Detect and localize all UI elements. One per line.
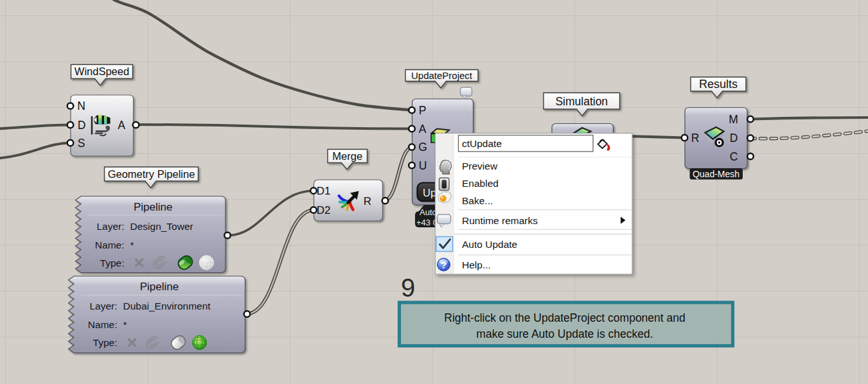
svg-text:Geometry Pipeline: Geometry Pipeline [108, 168, 195, 180]
svg-text:D2: D2 [317, 204, 331, 216]
svg-text:ctUpdate: ctUpdate [462, 138, 502, 149]
svg-text:Enabled: Enabled [462, 178, 499, 189]
svg-text:Merge: Merge [332, 150, 362, 162]
svg-text:Help...: Help... [462, 259, 491, 270]
svg-text:R: R [691, 132, 700, 144]
svg-text:WindSpeed: WindSpeed [75, 65, 129, 77]
svg-text:C: C [730, 150, 738, 163]
svg-text:Layer:: Layer: [96, 221, 124, 232]
svg-text:Name:: Name: [88, 319, 118, 330]
svg-text:A: A [419, 123, 427, 135]
svg-text:9: 9 [401, 274, 415, 302]
svg-text:Pipeline: Pipeline [140, 281, 179, 293]
svg-text:make sure Auto Update is check: make sure Auto Update is checked. [476, 327, 653, 340]
svg-text:D: D [730, 132, 738, 144]
svg-text:R: R [364, 195, 371, 207]
svg-text:Name:: Name: [95, 240, 125, 250]
svg-text:Bake...: Bake... [462, 195, 493, 206]
svg-text:Auto Update: Auto Update [462, 239, 517, 250]
svg-text:D: D [78, 119, 86, 132]
svg-text:M: M [729, 113, 738, 126]
svg-text:UpdateProject: UpdateProject [411, 70, 473, 81]
svg-text:Results: Results [699, 78, 738, 91]
svg-text:+43 0: +43 0 [416, 218, 438, 227]
svg-text:U: U [419, 159, 427, 172]
svg-text:Layer:: Layer: [89, 301, 117, 311]
svg-text:S: S [78, 137, 85, 150]
svg-text:Runtime remarks: Runtime remarks [462, 215, 538, 226]
svg-text:Type:: Type: [100, 257, 125, 268]
svg-text:P: P [419, 104, 427, 117]
svg-text:*: * [130, 240, 134, 250]
svg-text:A: A [118, 119, 125, 132]
svg-text:Preview: Preview [462, 161, 498, 171]
svg-text:Right-click on the UpdateProje: Right-click on the UpdateProject compone… [444, 311, 686, 324]
svg-text:Dubai_Environment: Dubai_Environment [123, 301, 211, 311]
svg-text:N: N [77, 100, 85, 112]
svg-text:D1: D1 [317, 185, 331, 197]
svg-text:Pipeline: Pipeline [134, 201, 173, 213]
svg-text:Design_Tower: Design_Tower [130, 221, 193, 232]
svg-text:Type:: Type: [93, 337, 118, 348]
svg-text:G: G [418, 141, 427, 153]
svg-text:?: ? [441, 259, 447, 270]
svg-text:*: * [123, 319, 127, 330]
svg-text:Simulation: Simulation [555, 95, 608, 108]
svg-text:Quad-Mesh: Quad-Mesh [693, 169, 740, 179]
